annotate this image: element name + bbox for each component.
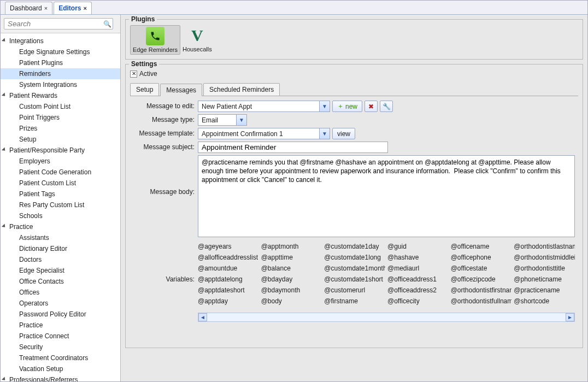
variable-token[interactable]: @customdate1long — [324, 254, 385, 261]
tree-item[interactable]: Treatment Coordinators — [1, 352, 120, 363]
close-icon[interactable]: × — [84, 5, 87, 11]
tree-item[interactable]: Schools — [1, 210, 120, 221]
variable-token[interactable]: @officezipcode — [451, 275, 512, 283]
variable-token[interactable]: @guid — [387, 243, 449, 250]
tab-dashboard[interactable]: Dashboard × — [5, 2, 52, 14]
variable-token[interactable]: @hashave — [387, 254, 449, 261]
v-icon: V — [188, 26, 207, 45]
label-message-to-edit: Message to edit: — [133, 101, 198, 110]
variable-token[interactable]: @appttime — [261, 254, 322, 261]
variable-token[interactable]: @apptdatelong — [198, 275, 259, 283]
tab-label: Editors — [58, 4, 81, 12]
tree-group-head[interactable]: Patient Rewards — [1, 90, 120, 101]
variable-token[interactable]: @apptday — [198, 297, 259, 305]
tree-item[interactable]: Vacation Setup — [1, 363, 120, 374]
tree-item[interactable]: Res Party Custom List — [1, 199, 120, 210]
tree-item[interactable]: Prizes — [1, 123, 120, 134]
variables-scrollbar[interactable]: ◄ ► — [198, 313, 575, 322]
chevron-down-icon[interactable]: ▼ — [320, 128, 330, 139]
tree-item[interactable]: Doctors — [1, 254, 120, 265]
label-message-template: Message template: — [133, 128, 198, 137]
variable-token[interactable]: @apptmonth — [261, 243, 322, 250]
message-subject-input[interactable] — [198, 142, 388, 153]
variable-token[interactable]: @officecity — [387, 297, 449, 305]
tree-item[interactable]: Setup — [1, 134, 120, 145]
tab-messages[interactable]: Messages — [160, 84, 202, 96]
tree-group-head[interactable]: Patient/Responsible Party — [1, 145, 120, 156]
variable-token[interactable]: @orthodontistmiddleinitial — [514, 254, 575, 261]
tree-item[interactable]: Practice — [1, 320, 120, 331]
variable-token[interactable]: @customdate1day — [324, 243, 385, 250]
variable-token[interactable]: @customdate1month — [324, 265, 385, 272]
variable-token[interactable]: @officestate — [451, 265, 512, 272]
tree-item[interactable]: Patient Tags — [1, 189, 120, 199]
scroll-right-icon[interactable]: ► — [566, 313, 574, 321]
tree-item[interactable]: Point Triggers — [1, 112, 120, 123]
tab-scheduled-reminders[interactable]: Scheduled Reminders — [203, 83, 280, 96]
variable-token[interactable]: @officename — [451, 243, 512, 250]
active-checkbox[interactable]: ✕ — [130, 70, 137, 78]
chevron-down-icon[interactable]: ▼ — [320, 101, 330, 111]
tree-item[interactable]: Assistants — [1, 232, 120, 243]
new-button[interactable]: ＋new — [332, 101, 362, 112]
tree-item[interactable]: Dictionary Editor — [1, 243, 120, 254]
variable-token[interactable]: @allofficeaddresslist — [198, 254, 259, 261]
message-to-edit-combo[interactable]: New Patient Appt ▼ — [198, 101, 330, 112]
tree-group-head[interactable]: Integrations — [1, 36, 120, 46]
tree-item[interactable]: Patient Code Generation — [1, 167, 120, 178]
top-tab-bar: Dashboard × Editors × — [1, 1, 587, 15]
variable-token[interactable]: @body — [261, 297, 322, 305]
plugin-edge-reminders[interactable]: Edge Reminders — [130, 25, 180, 55]
chevron-down-icon[interactable]: ▼ — [237, 115, 246, 125]
variable-token[interactable]: @apptdateshort — [198, 286, 259, 294]
variable-token[interactable]: @orthodontistfullname — [451, 297, 512, 305]
close-icon[interactable]: × — [44, 5, 48, 11]
tree-item[interactable]: Patient Plugins — [1, 57, 120, 68]
tree-item[interactable]: Password Policy Editor — [1, 309, 120, 320]
variable-token[interactable]: @orthodontistlastname — [514, 243, 575, 250]
variable-token[interactable]: @officeaddress1 — [387, 275, 449, 283]
view-button[interactable]: view — [332, 128, 355, 139]
variable-token[interactable]: @shortcode — [514, 297, 575, 305]
variable-token[interactable]: @firstname — [324, 297, 385, 305]
tree-item[interactable]: Security — [1, 342, 120, 352]
tool-button[interactable]: 🔧 — [380, 101, 393, 112]
message-type-combo[interactable]: Email ▼ — [198, 114, 247, 126]
variable-token[interactable]: @orthodontisttitle — [514, 265, 575, 272]
tree-item[interactable]: Practice Connect — [1, 331, 120, 342]
tree-item[interactable]: Edge Signature Settings — [1, 46, 120, 57]
variable-token[interactable]: @balance — [261, 265, 322, 272]
tree-item[interactable]: System Integrations — [1, 79, 120, 90]
scroll-left-icon[interactable]: ◄ — [198, 313, 207, 321]
message-body-textarea[interactable] — [198, 155, 575, 237]
tree-item[interactable]: Reminders — [1, 68, 120, 79]
delete-button[interactable]: ✖ — [364, 101, 378, 112]
variable-token[interactable]: @orthodontistfirstname — [451, 286, 512, 294]
tree-item[interactable]: Operators — [1, 298, 120, 309]
plugin-housecalls[interactable]: V Housecalls — [180, 25, 214, 55]
variable-token[interactable]: @practicename — [514, 286, 575, 294]
search-input[interactable] — [4, 18, 113, 30]
tree-item[interactable]: Patient Custom List — [1, 178, 120, 189]
tree-group-head[interactable]: Practice — [1, 221, 120, 232]
variable-token[interactable]: @mediaurl — [387, 265, 449, 272]
tree-group-head[interactable]: Professionals/Referrers — [1, 374, 120, 381]
tree-item[interactable]: Offices — [1, 287, 120, 298]
variable-token[interactable]: @bdayday — [261, 275, 322, 283]
message-template-combo[interactable]: Appointment Confirmation 1 ▼ — [198, 128, 330, 139]
variable-token[interactable]: @amountdue — [198, 265, 259, 272]
tree-item[interactable]: Edge Specialist — [1, 265, 120, 276]
tree-item[interactable]: Custom Point List — [1, 101, 120, 112]
tab-setup[interactable]: Setup — [130, 83, 159, 96]
variable-token[interactable]: @phoneticname — [514, 275, 575, 283]
phone-icon — [146, 27, 164, 45]
tree-item[interactable]: Office Contacts — [1, 276, 120, 287]
variable-token[interactable]: @officeaddress2 — [387, 286, 449, 294]
variable-token[interactable]: @bdaymonth — [261, 286, 322, 294]
variable-token[interactable]: @customerurl — [324, 286, 385, 294]
variable-token[interactable]: @officephone — [451, 254, 512, 261]
variable-token[interactable]: @ageyears — [198, 243, 259, 250]
variable-token[interactable]: @customdate1short — [324, 275, 385, 283]
tab-editors[interactable]: Editors × — [54, 2, 92, 14]
tree-item[interactable]: Employers — [1, 156, 120, 167]
